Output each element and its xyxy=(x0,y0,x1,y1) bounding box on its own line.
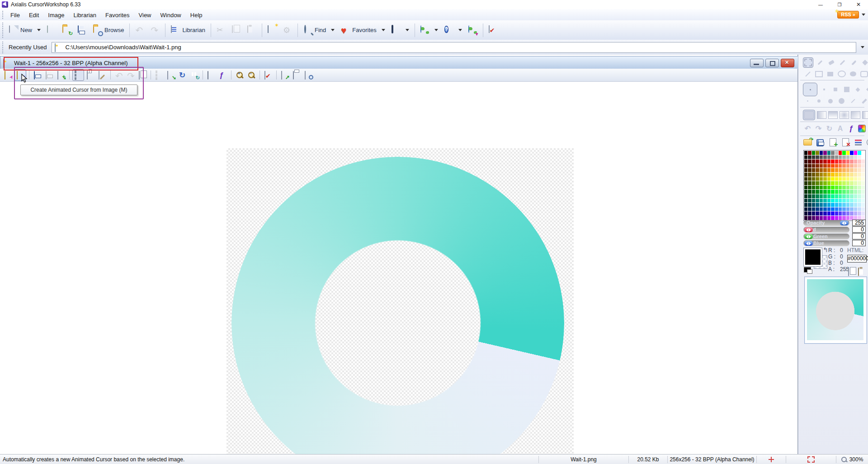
copy-color-button[interactable] xyxy=(848,268,855,275)
export-button[interactable] xyxy=(279,70,290,80)
palette-color-cell[interactable] xyxy=(839,177,842,181)
document-minimize-button[interactable] xyxy=(750,59,764,67)
palette-color-cell[interactable] xyxy=(831,211,834,216)
copy-button[interactable] xyxy=(229,24,244,37)
palette-color-cell[interactable] xyxy=(823,168,826,172)
palette-color-cell[interactable] xyxy=(839,199,842,203)
palette-color-cell[interactable] xyxy=(827,168,830,172)
palette-delete-button[interactable] xyxy=(841,138,850,147)
fill-style-solid[interactable] xyxy=(803,110,815,120)
opacity-slider-thumb[interactable] xyxy=(840,220,849,225)
palette-color-cell[interactable] xyxy=(812,181,815,185)
brush-size-6[interactable] xyxy=(803,96,812,106)
palette-color-cell[interactable] xyxy=(823,181,826,185)
palette-color-cell[interactable] xyxy=(842,186,845,190)
test-cursor-button[interactable] xyxy=(263,70,274,80)
tool-eraser[interactable] xyxy=(826,58,836,67)
palette-color-cell[interactable] xyxy=(842,177,845,181)
swap-colors-icon[interactable]: ↰ xyxy=(823,246,828,253)
librarian-button[interactable]: Librarian xyxy=(168,24,208,37)
brush-size-9[interactable] xyxy=(837,96,846,106)
paste-color-button[interactable] xyxy=(858,268,865,275)
tool-filled-rectangle[interactable] xyxy=(826,69,835,79)
palette-color-cell[interactable] xyxy=(854,190,857,194)
palette-color-cell[interactable] xyxy=(823,199,826,203)
rotate-left-button[interactable]: ↶ xyxy=(803,124,812,133)
favorites-button[interactable]: Favorites xyxy=(338,24,388,37)
palette-color-cell[interactable] xyxy=(804,194,807,198)
palette-color-cell[interactable] xyxy=(823,194,826,198)
palette-color-cell[interactable] xyxy=(812,190,815,194)
palette-color-cell[interactable] xyxy=(846,207,849,211)
palette-color-cell[interactable] xyxy=(820,190,823,194)
palette-color-cell[interactable] xyxy=(808,177,811,181)
verify-button[interactable] xyxy=(486,24,501,37)
palette-color-cell[interactable] xyxy=(804,181,807,185)
palette-color-cell[interactable] xyxy=(816,177,819,181)
palette-color-cell[interactable] xyxy=(842,155,845,159)
recent-dropdown-arrow[interactable] xyxy=(861,46,864,50)
palette-color-cell[interactable] xyxy=(839,159,842,164)
palette-color-cell[interactable] xyxy=(831,164,834,168)
palette-color-cell[interactable] xyxy=(823,190,826,194)
image-canvas[interactable] xyxy=(0,82,797,454)
palette-color-cell[interactable] xyxy=(850,203,853,207)
tool-fill[interactable] xyxy=(860,58,868,67)
palette-color-cell[interactable] xyxy=(804,173,807,177)
menu-item-help[interactable]: Help xyxy=(186,10,207,20)
palette-color-cell[interactable] xyxy=(823,155,826,159)
palette-color-cell[interactable] xyxy=(823,186,826,190)
menu-item-file[interactable]: File xyxy=(6,10,24,20)
palette-color-cell[interactable] xyxy=(823,207,826,211)
opacity-value-box[interactable]: 255 xyxy=(852,220,866,226)
palette-color-cell[interactable] xyxy=(812,211,815,216)
palette-color-cell[interactable] xyxy=(850,181,853,185)
fill-style-gradient-v[interactable] xyxy=(828,110,838,120)
palette-color-cell[interactable] xyxy=(804,164,807,168)
palette-color-cell[interactable] xyxy=(839,164,842,168)
palette-color-cell[interactable] xyxy=(862,199,865,203)
palette-color-cell[interactable] xyxy=(862,164,865,168)
palette-color-cell[interactable] xyxy=(835,181,838,185)
palette-color-cell[interactable] xyxy=(862,181,865,185)
palette-color-cell[interactable] xyxy=(835,216,838,220)
palette-color-cell[interactable] xyxy=(831,216,834,220)
palette-color-cell[interactable] xyxy=(812,216,815,220)
palette-color-cell[interactable] xyxy=(831,168,834,172)
palette-color-cell[interactable] xyxy=(823,151,826,155)
palette-color-cell[interactable] xyxy=(842,190,845,194)
palette-color-cell[interactable] xyxy=(854,151,857,155)
palette-color-cell[interactable] xyxy=(820,181,823,185)
create-cursor-from-image-button[interactable] xyxy=(3,70,14,80)
palette-color-cell[interactable] xyxy=(820,194,823,198)
palette-color-cell[interactable] xyxy=(854,177,857,181)
palette-color-cell[interactable] xyxy=(816,155,819,159)
palette-color-cell[interactable] xyxy=(804,186,807,190)
close-button[interactable] xyxy=(849,0,868,9)
panel-palette-button[interactable] xyxy=(857,124,867,133)
palette-color-cell[interactable] xyxy=(846,173,849,177)
palette-color-cell[interactable] xyxy=(839,168,842,172)
palette-color-cell[interactable] xyxy=(827,177,830,181)
palette-color-cell[interactable] xyxy=(835,168,838,172)
palette-color-cell[interactable] xyxy=(808,159,811,164)
palette-color-cell[interactable] xyxy=(862,203,865,207)
palette-color-cell[interactable] xyxy=(804,199,807,203)
palette-color-cell[interactable] xyxy=(804,151,807,155)
palette-color-cell[interactable] xyxy=(850,164,853,168)
brush-size-8[interactable] xyxy=(826,96,835,106)
palette-color-cell[interactable] xyxy=(854,211,857,216)
palette-color-cell[interactable] xyxy=(862,177,865,181)
tool-line[interactable] xyxy=(803,69,812,79)
opacity-slider[interactable]: Opacity xyxy=(803,220,849,226)
palette-color-cell[interactable] xyxy=(808,203,811,207)
tool-color-picker[interactable] xyxy=(815,58,825,67)
palette-color-cell[interactable] xyxy=(835,194,838,198)
palette-color-cell[interactable] xyxy=(839,194,842,198)
web-dropdown-arrow[interactable] xyxy=(434,29,438,33)
rss-button[interactable]: RSS xyxy=(837,11,859,19)
palette-color-cell[interactable] xyxy=(835,203,838,207)
palette-color-cell[interactable] xyxy=(816,190,819,194)
palette-open-button[interactable] xyxy=(803,138,812,147)
palette-color-cell[interactable] xyxy=(808,164,811,168)
